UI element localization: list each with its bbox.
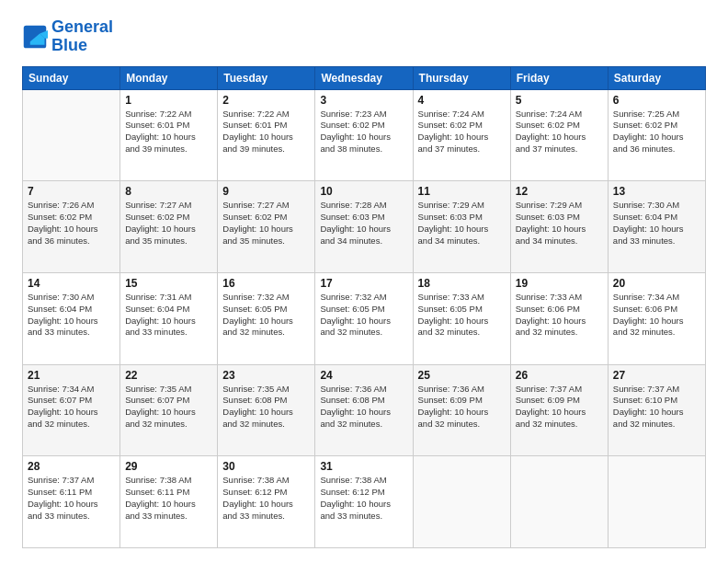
- day-number: 23: [222, 369, 310, 382]
- day-info: Sunrise: 7:22 AM Sunset: 6:01 PM Dayligh…: [222, 109, 310, 155]
- day-info: Sunrise: 7:27 AM Sunset: 6:02 PM Dayligh…: [125, 200, 212, 247]
- day-info: Sunrise: 7:24 AM Sunset: 6:02 PM Dayligh…: [418, 109, 506, 155]
- calendar-cell: 23Sunrise: 7:35 AM Sunset: 6:08 PM Dayli…: [218, 364, 315, 456]
- header: General Blue: [22, 18, 706, 55]
- calendar-cell: [23, 89, 120, 181]
- day-info: Sunrise: 7:33 AM Sunset: 6:06 PM Dayligh…: [516, 292, 603, 339]
- day-info: Sunrise: 7:34 AM Sunset: 6:07 PM Dayligh…: [28, 384, 115, 431]
- day-info: Sunrise: 7:38 AM Sunset: 6:12 PM Dayligh…: [222, 475, 310, 522]
- calendar-cell: 19Sunrise: 7:33 AM Sunset: 6:06 PM Dayli…: [510, 272, 608, 364]
- calendar-cell: 17Sunrise: 7:32 AM Sunset: 6:05 PM Dayli…: [315, 272, 413, 364]
- day-info: Sunrise: 7:31 AM Sunset: 6:04 PM Dayligh…: [125, 292, 212, 339]
- calendar-week-4: 21Sunrise: 7:34 AM Sunset: 6:07 PM Dayli…: [23, 364, 706, 456]
- day-header-monday: Monday: [120, 66, 218, 89]
- day-number: 17: [320, 277, 407, 290]
- calendar-cell: 13Sunrise: 7:30 AM Sunset: 6:04 PM Dayli…: [608, 181, 705, 273]
- day-info: Sunrise: 7:29 AM Sunset: 6:03 PM Dayligh…: [418, 200, 506, 247]
- calendar-cell: [510, 456, 608, 548]
- day-info: Sunrise: 7:30 AM Sunset: 6:04 PM Dayligh…: [613, 200, 700, 247]
- day-number: 13: [613, 185, 700, 198]
- day-info: Sunrise: 7:37 AM Sunset: 6:10 PM Dayligh…: [613, 384, 700, 431]
- day-number: 28: [28, 460, 115, 473]
- day-info: Sunrise: 7:25 AM Sunset: 6:02 PM Dayligh…: [613, 109, 700, 155]
- day-number: 11: [418, 185, 506, 198]
- day-info: Sunrise: 7:29 AM Sunset: 6:03 PM Dayligh…: [516, 200, 603, 247]
- day-header-thursday: Thursday: [413, 66, 510, 89]
- calendar-cell: 10Sunrise: 7:28 AM Sunset: 6:03 PM Dayli…: [315, 181, 413, 273]
- calendar-cell: 21Sunrise: 7:34 AM Sunset: 6:07 PM Dayli…: [23, 364, 120, 456]
- day-header-sunday: Sunday: [23, 66, 120, 89]
- calendar-cell: 30Sunrise: 7:38 AM Sunset: 6:12 PM Dayli…: [218, 456, 315, 548]
- day-header-saturday: Saturday: [608, 66, 705, 89]
- logo-icon: [22, 24, 48, 50]
- day-number: 3: [320, 94, 407, 107]
- calendar-cell: 3Sunrise: 7:23 AM Sunset: 6:02 PM Daylig…: [315, 89, 413, 181]
- day-info: Sunrise: 7:33 AM Sunset: 6:05 PM Dayligh…: [418, 292, 506, 339]
- day-number: 26: [516, 369, 603, 382]
- day-info: Sunrise: 7:24 AM Sunset: 6:02 PM Dayligh…: [516, 109, 603, 155]
- logo-line1: General: [51, 18, 113, 37]
- day-number: 10: [320, 185, 407, 198]
- day-number: 18: [418, 277, 506, 290]
- day-number: 20: [613, 277, 700, 290]
- day-number: 21: [28, 369, 115, 382]
- day-number: 4: [418, 94, 506, 107]
- day-info: Sunrise: 7:27 AM Sunset: 6:02 PM Dayligh…: [222, 200, 310, 247]
- day-number: 24: [320, 369, 407, 382]
- calendar-cell: 28Sunrise: 7:37 AM Sunset: 6:11 PM Dayli…: [23, 456, 120, 548]
- day-number: 29: [125, 460, 212, 473]
- day-number: 9: [222, 185, 310, 198]
- calendar-cell: [608, 456, 705, 548]
- calendar-cell: 22Sunrise: 7:35 AM Sunset: 6:07 PM Dayli…: [120, 364, 218, 456]
- calendar-week-1: 1Sunrise: 7:22 AM Sunset: 6:01 PM Daylig…: [23, 89, 706, 181]
- day-info: Sunrise: 7:32 AM Sunset: 6:05 PM Dayligh…: [222, 292, 310, 339]
- calendar-cell: 9Sunrise: 7:27 AM Sunset: 6:02 PM Daylig…: [218, 181, 315, 273]
- calendar-cell: 20Sunrise: 7:34 AM Sunset: 6:06 PM Dayli…: [608, 272, 705, 364]
- calendar-cell: 12Sunrise: 7:29 AM Sunset: 6:03 PM Dayli…: [510, 181, 608, 273]
- calendar-cell: 29Sunrise: 7:38 AM Sunset: 6:11 PM Dayli…: [120, 456, 218, 548]
- calendar-cell: 6Sunrise: 7:25 AM Sunset: 6:02 PM Daylig…: [608, 89, 705, 181]
- day-number: 7: [28, 185, 115, 198]
- day-number: 27: [613, 369, 700, 382]
- day-info: Sunrise: 7:37 AM Sunset: 6:09 PM Dayligh…: [516, 384, 603, 431]
- day-info: Sunrise: 7:32 AM Sunset: 6:05 PM Dayligh…: [320, 292, 407, 339]
- calendar-cell: [413, 456, 510, 548]
- day-number: 22: [125, 369, 212, 382]
- day-info: Sunrise: 7:30 AM Sunset: 6:04 PM Dayligh…: [28, 292, 115, 339]
- day-number: 31: [320, 460, 407, 473]
- calendar-cell: 27Sunrise: 7:37 AM Sunset: 6:10 PM Dayli…: [608, 364, 705, 456]
- day-number: 8: [125, 185, 212, 198]
- calendar-week-2: 7Sunrise: 7:26 AM Sunset: 6:02 PM Daylig…: [23, 181, 706, 273]
- day-info: Sunrise: 7:28 AM Sunset: 6:03 PM Dayligh…: [320, 200, 407, 247]
- day-header-friday: Friday: [510, 66, 608, 89]
- calendar-week-3: 14Sunrise: 7:30 AM Sunset: 6:04 PM Dayli…: [23, 272, 706, 364]
- calendar-cell: 15Sunrise: 7:31 AM Sunset: 6:04 PM Dayli…: [120, 272, 218, 364]
- calendar-cell: 24Sunrise: 7:36 AM Sunset: 6:08 PM Dayli…: [315, 364, 413, 456]
- day-info: Sunrise: 7:36 AM Sunset: 6:08 PM Dayligh…: [320, 384, 407, 431]
- day-number: 12: [516, 185, 603, 198]
- day-info: Sunrise: 7:36 AM Sunset: 6:09 PM Dayligh…: [418, 384, 506, 431]
- day-info: Sunrise: 7:35 AM Sunset: 6:08 PM Dayligh…: [222, 384, 310, 431]
- day-number: 30: [222, 460, 310, 473]
- calendar-page: General Blue SundayMondayTuesdayWednesda…: [0, 0, 728, 563]
- header-row: SundayMondayTuesdayWednesdayThursdayFrid…: [23, 66, 706, 89]
- calendar-cell: 5Sunrise: 7:24 AM Sunset: 6:02 PM Daylig…: [510, 89, 608, 181]
- day-info: Sunrise: 7:37 AM Sunset: 6:11 PM Dayligh…: [28, 475, 115, 522]
- calendar-cell: 1Sunrise: 7:22 AM Sunset: 6:01 PM Daylig…: [120, 89, 218, 181]
- day-info: Sunrise: 7:26 AM Sunset: 6:02 PM Dayligh…: [28, 200, 115, 247]
- day-number: 5: [516, 94, 603, 107]
- logo: General Blue: [22, 18, 113, 55]
- day-info: Sunrise: 7:35 AM Sunset: 6:07 PM Dayligh…: [125, 384, 212, 431]
- calendar-cell: 11Sunrise: 7:29 AM Sunset: 6:03 PM Dayli…: [413, 181, 510, 273]
- day-header-tuesday: Tuesday: [218, 66, 315, 89]
- day-number: 15: [125, 277, 212, 290]
- calendar-header: SundayMondayTuesdayWednesdayThursdayFrid…: [23, 66, 706, 89]
- day-info: Sunrise: 7:23 AM Sunset: 6:02 PM Dayligh…: [320, 109, 407, 155]
- day-info: Sunrise: 7:34 AM Sunset: 6:06 PM Dayligh…: [613, 292, 700, 339]
- day-header-wednesday: Wednesday: [315, 66, 413, 89]
- calendar-cell: 16Sunrise: 7:32 AM Sunset: 6:05 PM Dayli…: [218, 272, 315, 364]
- calendar-cell: 7Sunrise: 7:26 AM Sunset: 6:02 PM Daylig…: [23, 181, 120, 273]
- calendar-cell: 18Sunrise: 7:33 AM Sunset: 6:05 PM Dayli…: [413, 272, 510, 364]
- calendar-cell: 4Sunrise: 7:24 AM Sunset: 6:02 PM Daylig…: [413, 89, 510, 181]
- calendar-body: 1Sunrise: 7:22 AM Sunset: 6:01 PM Daylig…: [23, 89, 706, 547]
